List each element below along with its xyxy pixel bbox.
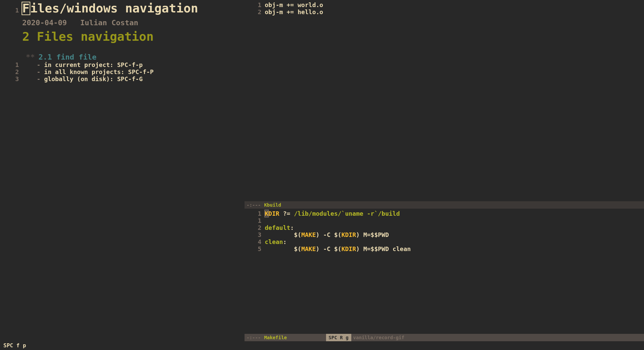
emacs-frame: 1 Files/windows navigation 2020-04-09 Iu… <box>0 0 644 350</box>
code-line: 1 KDIR ?= /lib/modules/`uname -r`/build <box>245 210 644 217</box>
code-text: clean: <box>265 238 644 245</box>
org-title-row: 1 Files/windows navigation <box>0 1 245 15</box>
org-meta-row: 2020-04-09 Iulian Costan <box>0 19 245 27</box>
code-text <box>265 217 644 224</box>
org-h2-text: 2.1 find file <box>38 53 96 61</box>
line-number: 1 <box>245 210 265 217</box>
code-line: 5 $(MAKE) -C $(KDIR) M=$$PWD clean <box>245 245 644 252</box>
org-author: Iulian Costan <box>80 19 138 27</box>
code-text: KDIR ?= /lib/modules/`uname -r`/build <box>265 210 644 217</box>
modeline-buffer-name: Makefile <box>264 334 287 341</box>
org-h1-row: 2 Files navigation <box>0 30 245 43</box>
list-item: 1 - in current project: SPC-f-p <box>0 61 245 68</box>
cursor: K <box>265 210 268 217</box>
makefile-modeline[interactable]: -:--- Makefile SPC R g vanilla/record-gi… <box>245 334 644 341</box>
org-heading-2: ** 2.1 find file <box>22 53 245 61</box>
modeline-state: -:--- <box>247 334 261 341</box>
modeline-state: -:--- <box>247 201 261 209</box>
windows-container: 1 Files/windows navigation 2020-04-09 Iu… <box>0 0 644 341</box>
line-number: 4 <box>245 238 265 245</box>
line-number: 1 <box>245 1 265 8</box>
org-list-text: - in current project: SPC-f-p <box>22 61 245 68</box>
code-text: default: <box>265 224 644 231</box>
line-number: 1 <box>245 217 265 224</box>
modeline-buffer-name: Kbuild <box>264 201 281 209</box>
code-line: 1 <box>245 217 644 224</box>
code-line: 1 obj-m += world.o <box>245 1 644 8</box>
kbuild-buffer[interactable]: 1 obj-m += world.o 2 obj-m += hello.o <box>245 0 644 201</box>
code-line: 2 obj-m += hello.o <box>245 8 644 15</box>
line-number: 3 <box>0 75 22 82</box>
code-text: $(MAKE) -C $(KDIR) M=$$PWD clean <box>265 245 644 252</box>
org-list-text: - in all known projects: SPC-f-P <box>22 68 245 75</box>
org-date: 2020-04-09 <box>22 19 67 27</box>
code-text: $(MAKE) -C $(KDIR) M=$$PWD <box>265 231 644 238</box>
modeline-project: vanilla/record-gif <box>353 334 405 341</box>
line-number: 2 <box>245 8 265 15</box>
list-item: 2 - in all known projects: SPC-f-P <box>0 68 245 75</box>
code-line: 3 $(MAKE) -C $(KDIR) M=$$PWD <box>245 231 644 238</box>
org-buffer[interactable]: 1 Files/windows navigation 2020-04-09 Iu… <box>0 0 245 341</box>
line-number: 1 <box>0 61 22 68</box>
org-h2-stars: ** <box>26 53 35 61</box>
code-line: 4 clean: <box>245 238 644 245</box>
line-number: 5 <box>245 245 265 252</box>
org-heading-1: 2 Files navigation <box>22 30 245 43</box>
echo-area[interactable]: SPC f p <box>0 341 644 350</box>
cursor: F <box>22 2 30 15</box>
org-h2-row: ** 2.1 find file <box>0 53 245 61</box>
echo-text: SPC f p <box>3 342 26 349</box>
org-window[interactable]: 1 Files/windows navigation 2020-04-09 Iu… <box>0 0 245 341</box>
makefile-buffer[interactable]: 1 KDIR ?= /lib/modules/`uname -r`/build … <box>245 209 644 334</box>
kbuild-modeline[interactable]: -:--- Kbuild <box>245 201 644 209</box>
right-column: 1 obj-m += world.o 2 obj-m += hello.o -:… <box>245 0 644 341</box>
modeline-keycast: SPC R g <box>326 334 351 341</box>
org-title: Files/windows navigation <box>22 1 245 15</box>
line-number: 3 <box>245 231 265 238</box>
org-list-text: - globally (on disk): SPC-f-G <box>22 75 245 82</box>
org-title-rest: iles/windows navigation <box>30 1 198 15</box>
org-meta: 2020-04-09 Iulian Costan <box>22 19 245 27</box>
code-line: 2 default: <box>245 224 644 231</box>
kbuild-window[interactable]: 1 obj-m += world.o 2 obj-m += hello.o -:… <box>245 0 644 209</box>
line-number: 2 <box>245 224 265 231</box>
code-text: obj-m += hello.o <box>265 8 644 15</box>
line-number: 1 <box>0 7 22 14</box>
makefile-window[interactable]: 1 KDIR ?= /lib/modules/`uname -r`/build … <box>245 209 644 341</box>
line-number: 2 <box>0 68 22 75</box>
list-item: 3 - globally (on disk): SPC-f-G <box>0 75 245 82</box>
code-text: obj-m += world.o <box>265 1 644 8</box>
